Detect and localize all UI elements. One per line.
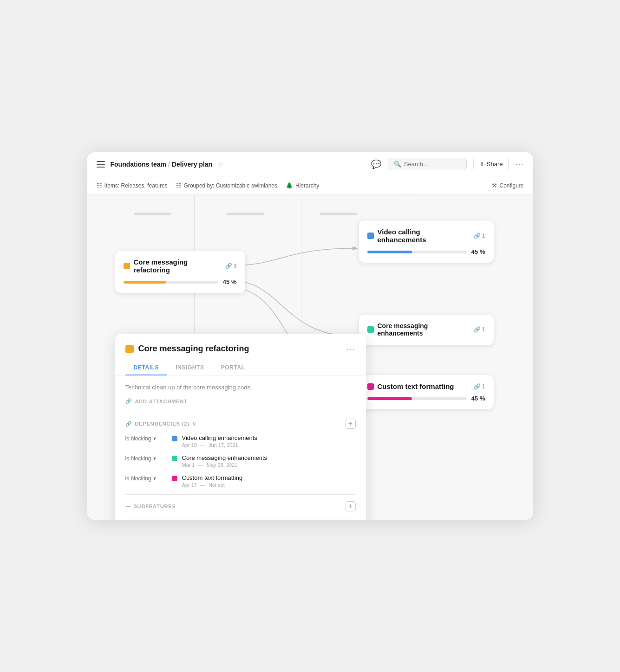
detail-tabs: DETAILS INSIGHTS PORTAL xyxy=(115,361,366,375)
search-input[interactable] xyxy=(404,161,461,168)
dep-add-button[interactable]: + xyxy=(346,419,356,429)
progress-bar-bg xyxy=(124,281,218,284)
share-button[interactable]: ⇧ Share xyxy=(473,158,509,170)
more-options-icon[interactable]: ··· xyxy=(515,159,523,169)
progress-fill-yellow xyxy=(124,281,166,284)
dependencies-title[interactable]: 🔗 DEPENDENCIES (2) ∨ xyxy=(125,421,196,427)
divider-2 xyxy=(125,494,356,495)
link-icon-video: 🔗 xyxy=(474,233,481,239)
header-left: Foundations team / Delivery plan ☆ xyxy=(97,161,224,168)
detail-header: Core messaging refactoring ··· xyxy=(115,334,366,354)
feature-card-title-enh: Core messaging enhancements 🔗 1 xyxy=(367,322,485,337)
feature-card-custom-text[interactable]: Custom text formatting 🔗 1 45 % xyxy=(359,375,494,409)
progress-fill-blue xyxy=(367,251,412,253)
timeline-bar-3 xyxy=(320,213,357,215)
progress-bar-bg-video xyxy=(367,251,467,253)
add-attachment-label: ADD ATTACHMENT xyxy=(135,399,188,404)
star-icon[interactable]: ☆ xyxy=(218,161,224,168)
dep-type-label-2: is blocking xyxy=(125,455,151,462)
divider-1 xyxy=(125,412,356,412)
dep-name-2: Core messaging enhancements xyxy=(182,454,356,461)
add-attachment[interactable]: 🔗 ADD ATTACHMENT xyxy=(125,398,356,404)
link-number: 3 xyxy=(234,263,237,269)
link-icon-enh: 🔗 xyxy=(474,326,481,333)
dep-row-2: is blocking ▾ Core messaging enhancement… xyxy=(125,454,356,468)
feature-dot-yellow xyxy=(124,263,130,269)
feature-name-enh: Core messaging enhancements xyxy=(378,322,470,337)
configure-button[interactable]: ⚒ Configure xyxy=(492,182,523,189)
detail-title-text: Core messaging refactoring xyxy=(138,344,249,354)
feature-dot-teal xyxy=(367,326,374,333)
breadcrumb-separator: / xyxy=(168,161,170,168)
divider-3 xyxy=(125,518,356,518)
header-right: 💬 🔍 ⇧ Share ··· xyxy=(371,158,524,170)
search-icon: 🔍 xyxy=(394,161,401,168)
grouped-icon: ☷ xyxy=(176,182,182,189)
feature-card-video-calling[interactable]: Video calling enhancements 🔗 1 45 % xyxy=(359,220,494,263)
dep-info-3: Custom text formatting Apr 17 — Not set xyxy=(182,474,356,488)
feature-card-title: Core messaging refactoring 🔗 3 xyxy=(124,258,237,274)
dep-dropdown-1: ▾ xyxy=(153,435,156,442)
dep-dot-1 xyxy=(172,436,177,441)
feature-card-core-messaging-enh[interactable]: Core messaging enhancements 🔗 1 xyxy=(359,315,494,345)
dep-icon: 🔗 xyxy=(125,421,132,427)
comment-icon[interactable]: 💬 xyxy=(371,159,381,169)
timeline-bar-2 xyxy=(227,213,264,215)
feature-card-title-custom: Custom text formatting 🔗 1 xyxy=(367,382,485,390)
tab-portal[interactable]: PORTAL xyxy=(213,361,254,375)
dep-date-2: Mar 1 — May 28, 2021 xyxy=(182,462,356,468)
progress-fill-pink xyxy=(367,397,412,400)
detail-panel: Core messaging refactoring ··· DETAILS I… xyxy=(115,334,366,520)
subfeatures-add-button[interactable]: + xyxy=(346,501,356,511)
link-count-enh: 🔗 1 xyxy=(474,326,485,333)
feature-name-core-messaging: Core messaging refactoring xyxy=(134,258,222,274)
progress-pct-custom: 45 % xyxy=(471,395,485,402)
dep-info-1: Video calling enhancements Apr 10 — Jun … xyxy=(182,434,356,448)
dep-chevron: ∨ xyxy=(192,421,196,427)
tab-insights[interactable]: INSIGHTS xyxy=(167,361,212,375)
feature-name-video: Video calling enhancements xyxy=(378,228,470,244)
link-icon-custom: 🔗 xyxy=(474,383,481,390)
search-box[interactable]: 🔍 xyxy=(388,158,467,170)
detail-more-icon[interactable]: ··· xyxy=(346,343,356,354)
dep-type-3[interactable]: is blocking ▾ xyxy=(125,475,167,482)
configure-icon: ⚒ xyxy=(492,182,497,189)
grouped-filter[interactable]: ☷ Grouped by: Customizable swimlanes xyxy=(176,182,277,189)
detail-title: Core messaging refactoring xyxy=(125,344,249,354)
link-count-custom: 🔗 1 xyxy=(474,383,485,390)
link-number-custom: 1 xyxy=(482,383,485,390)
subfeatures-title[interactable]: ⸻ SUBFEATURES xyxy=(125,504,176,509)
feature-card-footer-custom: 45 % xyxy=(367,395,485,402)
feature-dot-pink xyxy=(367,383,374,390)
items-icon: ☷ xyxy=(97,182,102,189)
breadcrumb-team[interactable]: Foundations team xyxy=(111,161,167,168)
attachment-icon: 🔗 xyxy=(125,398,132,404)
progress-bar-bg-custom xyxy=(367,397,467,400)
canvas-area: Core messaging refactoring 🔗 3 45 % Vide… xyxy=(87,195,533,520)
detail-description: Technical clean up of the core messaging… xyxy=(125,384,356,391)
dep-type-2[interactable]: is blocking ▾ xyxy=(125,455,167,462)
dep-dot-2 xyxy=(172,456,177,461)
dep-type-1[interactable]: is blocking ▾ xyxy=(125,435,167,442)
share-label: Share xyxy=(487,161,503,168)
subheader-left: ☷ Items: Releases, features ☷ Grouped by… xyxy=(97,182,320,189)
subfeatures-icon: ⸻ xyxy=(125,504,131,509)
dep-row-3: is blocking ▾ Custom text formatting Apr… xyxy=(125,474,356,488)
dep-name-1: Video calling enhancements xyxy=(182,434,356,441)
timeline-bar-1 xyxy=(134,213,171,215)
dependencies-section-header: 🔗 DEPENDENCIES (2) ∨ + xyxy=(125,419,356,429)
progress-pct-video: 45 % xyxy=(471,248,485,255)
menu-icon[interactable] xyxy=(97,161,105,168)
app-window: Foundations team / Delivery plan ☆ 💬 🔍 ⇧… xyxy=(87,152,533,520)
feature-name-custom: Custom text formatting xyxy=(378,382,454,390)
dep-title-text: DEPENDENCIES (2) xyxy=(135,421,189,426)
dep-info-2: Core messaging enhancements Mar 1 — May … xyxy=(182,454,356,468)
tab-details[interactable]: DETAILS xyxy=(125,361,168,375)
breadcrumb-plan[interactable]: Delivery plan xyxy=(172,161,212,168)
items-filter[interactable]: ☷ Items: Releases, features xyxy=(97,182,168,189)
hierarchy-filter[interactable]: 🌲 Hierarchy xyxy=(286,182,319,189)
dep-date-1: Apr 10 — Jun 17, 2021 xyxy=(182,442,356,448)
feature-card-footer-video: 45 % xyxy=(367,248,485,255)
feature-card-core-messaging[interactable]: Core messaging refactoring 🔗 3 45 % xyxy=(115,251,245,293)
dep-name-3: Custom text formatting xyxy=(182,474,356,481)
